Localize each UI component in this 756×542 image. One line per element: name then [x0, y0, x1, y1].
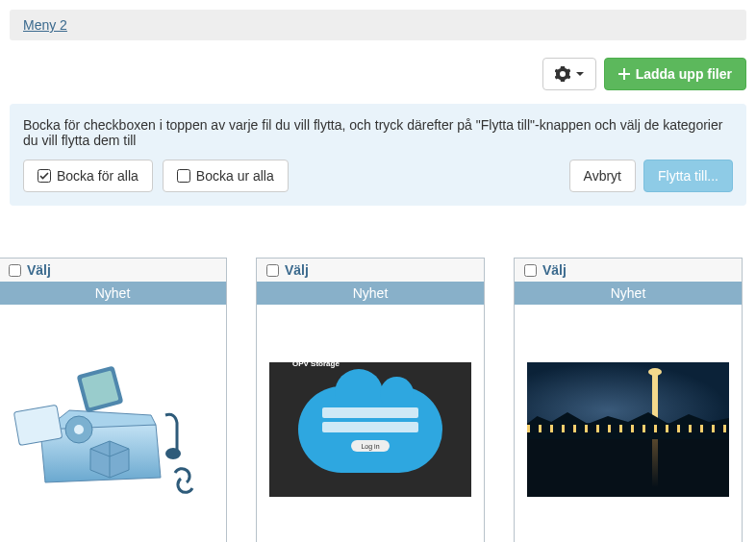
info-text: Bocka för checkboxen i toppen av varje f…	[23, 117, 733, 148]
uncheck-all-label: Bocka ur alla	[196, 168, 274, 184]
empty-checkbox-icon	[177, 169, 190, 183]
move-to-button[interactable]: Flytta till...	[643, 160, 733, 192]
check-all-label: Bocka för alla	[57, 168, 139, 184]
card-tag: Nyhet	[0, 282, 226, 305]
info-box: Bocka för checkboxen i toppen av varje f…	[10, 104, 746, 206]
settings-button[interactable]	[542, 58, 596, 90]
cloud-brand: OPV Storage	[292, 359, 340, 368]
card-header: Välj	[257, 259, 484, 282]
svg-point-7	[165, 448, 181, 459]
cancel-label: Avbryt	[584, 168, 621, 184]
select-checkbox[interactable]	[9, 264, 21, 277]
info-actions: Bocka för alla Bocka ur alla Avbryt Flyt…	[23, 160, 733, 192]
cloud-password-field	[322, 422, 418, 432]
thumbnail-night-city	[527, 362, 729, 497]
upload-button-label: Ladda upp filer	[636, 66, 732, 82]
svg-rect-1	[177, 170, 189, 183]
card-header: Välj	[0, 259, 226, 282]
select-label[interactable]: Välj	[285, 262, 309, 278]
card-tag: Nyhet	[257, 282, 484, 305]
cloud-login-button: Log in	[351, 440, 390, 452]
select-checkbox[interactable]	[266, 264, 279, 277]
card-body	[515, 305, 742, 542]
file-card: Välj Nyhet OPV Storage Log in	[256, 258, 485, 542]
select-checkbox[interactable]	[524, 264, 537, 277]
check-all-button[interactable]: Bocka för alla	[23, 160, 153, 192]
select-label[interactable]: Välj	[27, 262, 51, 278]
cloud-icon: OPV Storage Log in	[298, 386, 442, 473]
check-icon	[38, 169, 51, 183]
card-body	[0, 305, 226, 542]
gear-icon	[555, 66, 570, 82]
menu-bar: Meny 2	[10, 10, 746, 40]
thumbnail-login-cloud: OPV Storage Log in	[269, 362, 471, 497]
svg-rect-2	[13, 405, 62, 445]
menu-link[interactable]: Meny 2	[23, 17, 67, 33]
card-header: Välj	[515, 259, 742, 282]
card-body: OPV Storage Log in	[257, 305, 484, 542]
cloud-username-field	[322, 407, 418, 418]
thumbnail-media-folder	[12, 362, 214, 497]
upload-button[interactable]: Ladda upp filer	[604, 58, 746, 90]
card-tag: Nyhet	[515, 282, 742, 305]
file-card: Välj Nyhet	[0, 258, 227, 542]
card-row: Välj Nyhet	[0, 219, 756, 542]
toolbar: Ladda upp filer	[0, 50, 756, 104]
select-label[interactable]: Välj	[542, 262, 567, 278]
cancel-button[interactable]: Avbryt	[569, 160, 636, 192]
svg-point-6	[74, 425, 84, 434]
move-to-label: Flytta till...	[658, 168, 718, 184]
plus-icon	[618, 68, 630, 80]
caret-down-icon	[576, 70, 584, 78]
uncheck-all-button[interactable]: Bocka ur alla	[163, 160, 289, 192]
file-card: Välj Nyhet	[514, 258, 743, 542]
